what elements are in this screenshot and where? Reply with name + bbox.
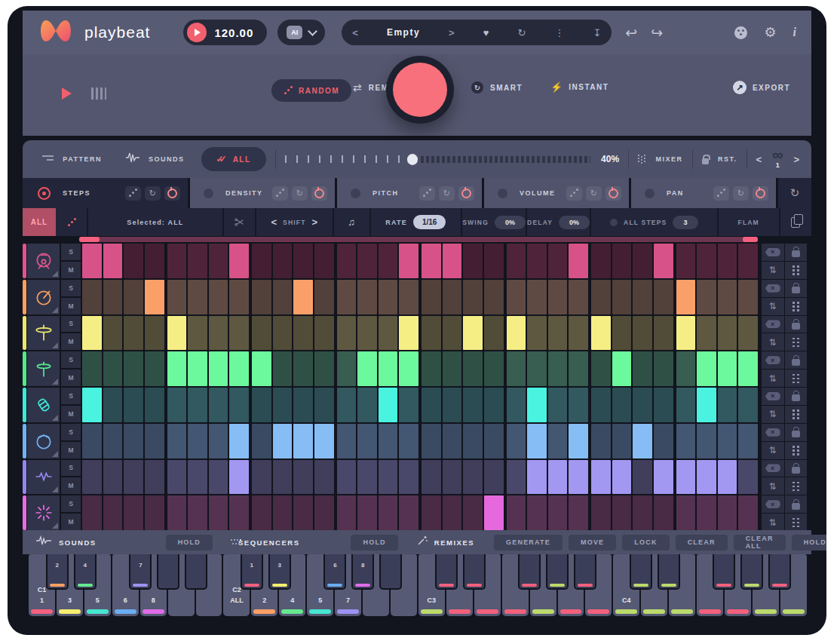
step-cell-20[interactable] [484,388,504,422]
step-cell-9[interactable] [252,495,271,530]
smart-button[interactable]: ↻ SMART [471,81,523,94]
step-cell-12[interactable] [314,460,334,495]
step-cell-11[interactable] [293,351,313,386]
step-cell-8-active[interactable] [229,244,249,278]
step-cell-31-active[interactable] [718,351,737,386]
solo-button[interactable]: S [61,424,81,440]
step-cell-27[interactable] [633,280,652,314]
loop-end-handle[interactable] [743,237,758,242]
sound-pad-cymbal[interactable] [27,351,60,386]
mute-button[interactable]: M [61,442,81,459]
step-cell-24-active[interactable] [569,424,588,459]
step-cell-22[interactable] [527,351,547,386]
step-cell-6[interactable] [188,244,207,278]
step-cell-14[interactable] [357,244,377,278]
step-cell-6-active[interactable] [188,351,207,386]
row-lock-button[interactable] [785,316,808,333]
density-power-button[interactable] [311,186,327,201]
black-key[interactable] [463,554,486,590]
row-lock-button[interactable] [785,280,808,297]
step-cell-29-active[interactable] [676,460,696,495]
step-cell-9[interactable] [252,316,271,351]
step-cell-32[interactable] [738,244,758,278]
step-cell-4-active[interactable] [145,280,164,314]
step-cell-32[interactable] [738,460,758,495]
step-cell-19[interactable] [463,280,483,314]
step-cell-22-active[interactable] [527,460,547,495]
black-key[interactable] [435,554,458,590]
step-cell-26-active[interactable] [612,351,632,386]
solo-button[interactable]: S [61,280,81,296]
black-key-8[interactable]: 8 [351,554,374,590]
instant-button[interactable]: ⚡ INSTANT [550,81,609,93]
step-cell-30-active[interactable] [697,388,716,422]
pitch-power-button[interactable] [458,186,474,201]
preset-name[interactable]: Empty [387,27,420,38]
step-cell-32[interactable] [738,424,758,459]
step-cell-26-active[interactable] [612,460,632,495]
step-cell-4[interactable] [145,495,164,530]
step-cell-19[interactable] [463,460,483,495]
step-cell-29[interactable] [676,244,696,278]
step-cell-5[interactable] [167,424,187,459]
step-cell-27[interactable] [633,351,652,386]
step-cell-14[interactable] [357,495,377,530]
step-cell-28[interactable] [654,424,673,459]
step-cell-16-active[interactable] [399,351,418,386]
step-cell-4[interactable] [145,244,164,278]
step-cell-23[interactable] [548,495,568,530]
step-cell-24-active[interactable] [569,244,588,278]
step-cell-22[interactable] [527,495,547,530]
step-cell-32-active[interactable] [738,351,758,386]
step-cell-14[interactable] [357,316,377,351]
step-cell-27-active[interactable] [633,424,652,459]
step-cell-29[interactable] [676,424,696,459]
shuffle-preset-icon[interactable]: ↻ [517,27,526,38]
step-cell-30[interactable] [697,316,716,351]
step-cell-12-active[interactable] [314,424,334,459]
copy-button[interactable] [780,208,811,236]
step-cell-2[interactable] [103,280,123,314]
step-cell-20-active[interactable] [484,495,504,530]
row-mixer-button[interactable]: ⇅ [762,262,784,279]
row-mixer-button[interactable]: ⇅ [762,477,784,495]
step-cell-25[interactable] [591,495,611,530]
density-slider-knob[interactable] [407,154,418,165]
delay-value[interactable]: 0% [559,216,590,229]
step-cell-3[interactable] [124,424,143,459]
step-cell-4[interactable] [145,316,164,351]
pitch-random-button[interactable] [419,186,435,201]
step-cell-31[interactable] [718,495,737,530]
pan-random-button[interactable] [713,186,729,201]
row-mixer-button[interactable]: ⇅ [762,442,784,459]
main-randomize-button[interactable] [386,56,454,124]
row-mixer-button[interactable]: ⇅ [762,406,784,423]
step-cell-15[interactable] [379,280,398,314]
step-cell-18[interactable] [443,424,462,459]
step-cell-21[interactable] [507,460,526,495]
step-cell-3[interactable] [124,460,143,495]
black-key[interactable] [157,554,179,590]
favorite-icon[interactable]: ♥ [483,27,489,38]
step-cell-9-active[interactable] [252,351,271,386]
step-cell-22-active[interactable] [527,424,547,459]
step-cell-12[interactable] [314,244,334,278]
step-cell-31[interactable] [718,280,737,314]
step-cell-26[interactable] [612,316,632,351]
step-cell-15[interactable] [379,460,398,495]
tab-pan[interactable]: PAN ↻ [631,178,776,208]
all-rows-button[interactable]: ALL [23,208,56,236]
step-cell-1-active[interactable] [82,316,102,351]
row-delete-button[interactable]: × [762,351,784,369]
step-cell-10[interactable] [273,388,293,422]
step-cell-23[interactable] [548,388,568,422]
step-cell-18[interactable] [443,316,462,351]
step-cell-7[interactable] [209,495,228,530]
step-cell-27[interactable] [633,244,652,278]
step-cell-28[interactable] [654,495,673,530]
step-cell-17[interactable] [422,280,441,314]
step-cell-19[interactable] [463,495,483,530]
row-delete-button[interactable]: × [762,316,784,333]
step-cell-12[interactable] [314,316,334,351]
solo-button[interactable]: S [61,316,81,333]
